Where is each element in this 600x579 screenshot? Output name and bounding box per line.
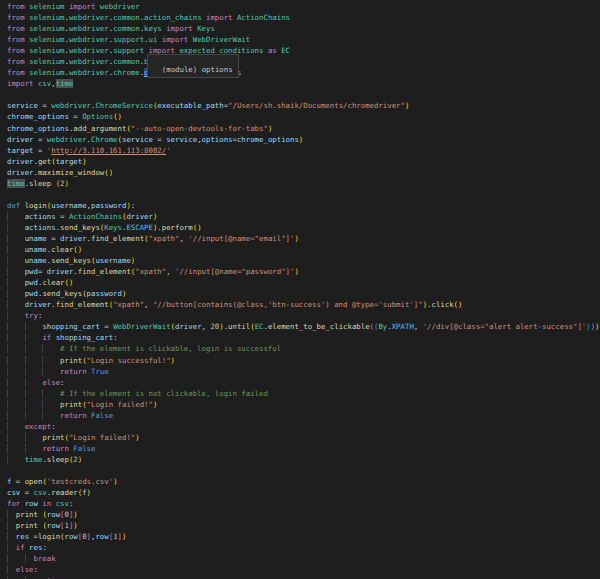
code-line[interactable]: uname.send_keys(username)	[7, 255, 600, 266]
indent-guide	[42, 411, 60, 420]
indent-guide	[25, 433, 43, 442]
indent-guide	[25, 444, 43, 453]
code-line[interactable]	[7, 189, 600, 200]
code-line[interactable]: service = webdriver.ChromeService(execut…	[7, 100, 600, 111]
indent-guide	[7, 333, 25, 342]
indent-guide	[25, 378, 43, 387]
indent-guide	[42, 344, 60, 353]
word-occurrence-highlight: time	[56, 79, 74, 88]
code-line[interactable]: pwd.clear()	[7, 277, 600, 288]
code-line[interactable]: print("Login failed!")	[7, 432, 600, 443]
code-line[interactable]: pwd.send_keys(password)	[7, 288, 600, 299]
indent-guide	[7, 256, 25, 265]
code-line[interactable]: if res:	[7, 542, 600, 553]
indent-guide	[25, 322, 43, 331]
code-line[interactable]: from selenium.webdriver.common.by import…	[7, 56, 600, 67]
indent-guide	[7, 444, 25, 453]
code-line[interactable]: driver.maximize_window()	[7, 167, 600, 178]
code-line[interactable]: actions = ActionChains(driver)	[7, 211, 600, 222]
code-line[interactable]: uname = driver.find_element("xpath", '//…	[7, 233, 600, 244]
code-line[interactable]: def login(username,password):	[7, 200, 600, 211]
code-line[interactable]: from selenium import webdriver	[7, 1, 600, 12]
code-line[interactable]: return False	[7, 410, 600, 421]
indent-guide	[7, 322, 25, 331]
indent-guide	[7, 565, 16, 574]
indent-guide	[25, 356, 43, 365]
hover-tooltip-text: (module) options	[162, 65, 233, 74]
code-line[interactable]: actions.send_keys(Keys.ESCAPE).perform()	[7, 222, 600, 233]
code-line[interactable]: print (row[1])	[7, 520, 600, 531]
indent-guide	[7, 521, 16, 530]
indent-guide	[25, 400, 43, 409]
code-line[interactable]: shopping_cart = WebDriverWait(driver, 20…	[7, 321, 600, 332]
code-line[interactable]: from selenium.webdriver.common.action_ch…	[7, 12, 600, 23]
code-line[interactable]: target = 'http://3.110.161.113:8002/'	[7, 145, 600, 156]
indent-guide	[42, 389, 60, 398]
indent-guide	[25, 344, 43, 353]
code-line[interactable]: driver = webdriver.Chrome(service = serv…	[7, 134, 600, 145]
code-line[interactable]: break	[7, 553, 600, 564]
indent-guide	[25, 554, 34, 563]
indent-guide	[7, 378, 25, 387]
indent-guide	[7, 367, 25, 376]
code-line[interactable]: return False	[7, 443, 600, 454]
code-line[interactable]: time.sleep(2)	[7, 454, 600, 465]
code-line[interactable]: except:	[7, 421, 600, 432]
code-line[interactable]	[7, 89, 600, 100]
indent-guide	[7, 455, 25, 464]
indent-guide	[25, 367, 43, 376]
code-line[interactable]: pwd= driver.find_element("xpath", '//inp…	[7, 266, 600, 277]
url-link[interactable]: http://3.110.161.113:8002/	[51, 146, 166, 155]
code-line[interactable]: print (row[0])	[7, 509, 600, 520]
hover-tooltip: (module) options	[147, 54, 239, 78]
code-line[interactable]: import csv,time	[7, 78, 600, 89]
code-line[interactable]: from selenium.webdriver.support.ui impor…	[7, 34, 600, 45]
word-occurrence-highlight: time	[7, 179, 25, 188]
indent-guide	[7, 389, 25, 398]
indent-guide	[7, 267, 25, 276]
indent-guide	[7, 510, 16, 519]
indent-guide	[25, 411, 43, 420]
code-line[interactable]: driver.get(target)	[7, 156, 600, 167]
indent-guide	[7, 543, 16, 552]
indent-guide	[7, 411, 25, 420]
indent-guide	[7, 356, 25, 365]
code-line[interactable]: uname.clear()	[7, 244, 600, 255]
code-line[interactable]: from selenium.webdriver.chrome.options i…	[7, 67, 600, 78]
indent-guide	[7, 234, 25, 243]
indent-guide	[7, 289, 25, 298]
indent-guide	[7, 212, 25, 221]
indent-guide	[7, 433, 25, 442]
code-line[interactable]: continue	[7, 575, 600, 579]
indent-guide	[7, 400, 25, 409]
code-line[interactable]: print("Login successful!")	[7, 355, 600, 366]
indent-guide	[7, 422, 25, 431]
indent-guide	[7, 278, 25, 287]
code-line[interactable]: driver.find_element("xpath", "//button[c…	[7, 299, 600, 310]
indent-guide	[7, 532, 16, 541]
code-line[interactable]: else:	[7, 564, 600, 575]
code-line[interactable]: if shopping_cart:	[7, 332, 600, 343]
indent-guide	[42, 356, 60, 365]
code-line[interactable]: csv = csv.reader(f)	[7, 487, 600, 498]
code-line[interactable]: chrome_options = Options()	[7, 111, 600, 122]
code-line[interactable]: # If the element is not clickable, login…	[7, 388, 600, 399]
code-line[interactable]: f = open('testcreds.csv')	[7, 476, 600, 487]
indent-guide	[7, 311, 25, 320]
indent-guide	[7, 554, 25, 563]
code-editor[interactable]: from selenium import webdriverfrom selen…	[0, 0, 600, 579]
code-line[interactable]: else:	[7, 377, 600, 388]
code-line[interactable]: res =login(row[0],row[1])	[7, 531, 600, 542]
code-line[interactable]: try:	[7, 310, 600, 321]
code-line[interactable]: print("Login failed!")	[7, 399, 600, 410]
code-line[interactable]	[7, 465, 600, 476]
indent-guide	[7, 245, 25, 254]
code-line[interactable]: chrome_options.add_argument("--auto-open…	[7, 123, 600, 134]
code-line[interactable]: for row in csv:	[7, 498, 600, 509]
code-line[interactable]: from selenium.webdriver.common.keys impo…	[7, 23, 600, 34]
indent-guide	[25, 389, 43, 398]
code-line[interactable]: time.sleep (2)	[7, 178, 600, 189]
code-line[interactable]: from selenium.webdriver.support import e…	[7, 45, 600, 56]
code-line[interactable]: return True	[7, 366, 600, 377]
code-line[interactable]: # If the element is clickable, login is …	[7, 343, 600, 354]
